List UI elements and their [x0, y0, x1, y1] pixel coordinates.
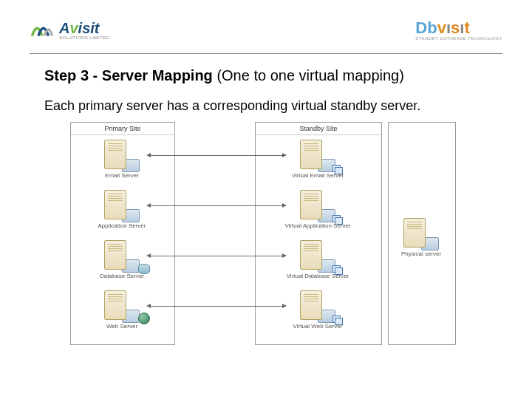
standby-web-server: Virtual Web Server [270, 290, 366, 330]
standby-application-server: Virtual Application Server [270, 190, 366, 229]
server-label: Virtual Database Server [270, 273, 366, 279]
slide-title-rest: (One to one virtual mapping) [213, 67, 404, 83]
mapping-arrow [150, 306, 283, 307]
server-label: Database Server [74, 273, 170, 279]
server-icon [300, 190, 335, 222]
server-icon [300, 290, 335, 323]
server-icon [300, 240, 335, 273]
virtual-icon [332, 165, 343, 174]
avisit-logo-text: Avisit [59, 20, 110, 37]
server-icon [104, 290, 140, 323]
server-label: Physical server [392, 251, 451, 257]
primary-application-server: Application Server [74, 190, 170, 229]
server-label: Application Server [74, 223, 170, 229]
avisit-logo-icon [30, 17, 55, 42]
mapping-arrow [150, 155, 283, 156]
virtual-icon [332, 215, 343, 224]
dbvisit-logo-sub: STANDBY DATABASE TECHNOLOGY [415, 36, 502, 41]
database-icon [138, 264, 150, 274]
mapping-arrow [150, 256, 283, 256]
standby-database-server: Virtual Database Server [270, 240, 366, 279]
server-label: Virtual Web Server [270, 324, 366, 330]
virtual-icon [332, 265, 343, 274]
server-icon [104, 140, 140, 172]
slide-title-bold: Step 3 - Server Mapping [44, 67, 213, 83]
standby-email-server: Virtual Email Server [270, 140, 366, 179]
primary-email-server: Email Server [74, 140, 170, 179]
server-icon [300, 140, 335, 172]
server-label: Virtual Application Server [270, 223, 366, 229]
server-label: Web Server [74, 324, 170, 330]
server-label: Email Server [74, 173, 170, 179]
server-icon [403, 218, 439, 250]
dbvisit-logo: Dbvısıt STANDBY DATABASE TECHNOLOGY [415, 18, 502, 41]
primary-database-server: Database Server [74, 240, 170, 279]
dbvisit-logo-text: Dbvısıt [415, 18, 502, 38]
physical-server: Physical server [392, 218, 451, 257]
virtual-icon [332, 316, 343, 324]
avisit-logo-sub: SOLUTIONS LIMITED [59, 35, 110, 40]
slide-description: Each primary server has a corresponding … [44, 98, 495, 115]
mapping-arrow [150, 205, 283, 206]
content: Step 3 - Server Mapping (One to one virt… [0, 54, 532, 358]
server-icon [104, 240, 140, 273]
server-icon [104, 190, 140, 222]
standby-site-title: Standby Site [256, 123, 381, 135]
server-mapping-diagram: Primary Site Standby Site Email Server A… [70, 122, 469, 358]
slide-title: Step 3 - Server Mapping (One to one virt… [44, 67, 495, 84]
avisit-logo: Avisit SOLUTIONS LIMITED [30, 17, 110, 42]
globe-icon [138, 313, 150, 324]
primary-web-server: Web Server [74, 290, 170, 330]
primary-site-title: Primary Site [71, 123, 174, 135]
header: Avisit SOLUTIONS LIMITED Dbvısıt STANDBY… [0, 0, 532, 52]
server-label: Virtual Email Server [270, 173, 366, 179]
